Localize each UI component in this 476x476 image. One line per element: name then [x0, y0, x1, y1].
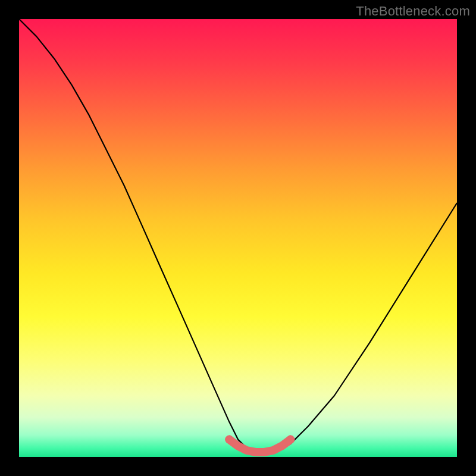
- highlight-start-dot: [225, 436, 233, 444]
- watermark-text: TheBottleneck.com: [356, 4, 470, 19]
- highlight-end-dot: [286, 436, 295, 444]
- bottom-highlight: [229, 440, 290, 452]
- chart-frame: TheBottleneck.com: [0, 0, 476, 476]
- bottleneck-curve: [19, 19, 457, 453]
- plot-area: [19, 19, 457, 457]
- curve-svg: [19, 19, 457, 457]
